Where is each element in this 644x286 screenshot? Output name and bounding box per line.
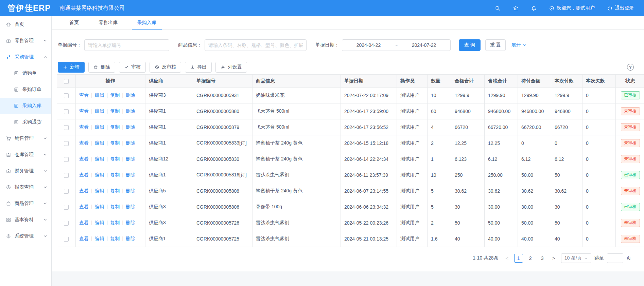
edit-link[interactable]: 编辑 [95, 124, 104, 130]
checkbox[interactable] [64, 109, 69, 114]
page-button-3[interactable]: 3 [538, 254, 547, 263]
checkbox[interactable] [64, 221, 69, 226]
search-button[interactable]: 查 询 [459, 39, 481, 51]
page-button-1[interactable]: 1 [514, 254, 523, 263]
sidebar-item-finance-management[interactable]: 财务管理 [0, 163, 51, 179]
view-link[interactable]: 查看 [79, 204, 89, 209]
copy-link[interactable]: 复制 [110, 188, 120, 193]
delete-link[interactable]: 删除 [126, 108, 135, 114]
delete-link[interactable]: 删除 [126, 156, 135, 161]
copy-link[interactable]: 复制 [110, 172, 120, 177]
copy-link[interactable]: 复制 [110, 108, 120, 114]
sidebar-item-purchase-return[interactable]: 采购退货 [0, 114, 51, 130]
sidebar-item-goods-management[interactable]: 商品管理 [0, 195, 51, 212]
edit-link[interactable]: 编辑 [95, 204, 104, 209]
edit-link[interactable]: 编辑 [95, 172, 104, 177]
sidebar-item-purchase-request[interactable]: 请购单 [0, 65, 51, 81]
page-button-2[interactable]: 2 [526, 254, 535, 263]
delete-link[interactable]: 删除 [126, 140, 135, 146]
user-menu[interactable]: 欢迎您，测试用户 [549, 5, 595, 11]
bank-icon[interactable] [513, 5, 519, 11]
delete-link[interactable]: 删除 [126, 220, 135, 225]
date-range-input[interactable]: 2024-04-22 ~ 2024-07-22 [342, 39, 451, 51]
unaudit-button[interactable]: 反审核 [150, 62, 181, 73]
copy-link[interactable]: 复制 [110, 156, 120, 161]
view-link[interactable]: 查看 [79, 236, 89, 241]
view-link[interactable]: 查看 [79, 172, 89, 177]
delete-link[interactable]: 删除 [126, 92, 135, 98]
sidebar-item-basic-data[interactable]: 基本资料 [0, 212, 51, 228]
delete-link[interactable]: 删除 [126, 188, 135, 193]
date-from-value[interactable]: 2024-04-22 [356, 42, 381, 48]
sidebar-item-warehouse-management[interactable]: 仓库管理 [0, 147, 51, 163]
product-info-input[interactable] [205, 39, 307, 51]
copy-link[interactable]: 复制 [110, 220, 120, 225]
sidebar-item-report-query[interactable]: 报表查询 [0, 179, 51, 195]
sidebar-item-label: 请购单 [22, 70, 37, 76]
checkbox[interactable] [64, 189, 69, 194]
sidebar-item-home[interactable]: 首页 [0, 16, 51, 33]
edit-link[interactable]: 编辑 [95, 220, 104, 225]
checkbox[interactable] [64, 237, 69, 242]
expand-link[interactable]: 展开 [511, 42, 527, 48]
export-button[interactable]: 导出 [185, 62, 212, 73]
copy-link[interactable]: 复制 [110, 236, 120, 241]
cell-doc-date: 2024-06-07 23:14:55 [341, 183, 397, 199]
delete-link[interactable]: 删除 [126, 204, 135, 209]
reset-button[interactable]: 重 置 [485, 39, 506, 51]
copy-link[interactable]: 复制 [110, 140, 120, 146]
tab-retail-outbound[interactable]: 零售出库 [93, 16, 123, 30]
view-link[interactable]: 查看 [79, 188, 89, 193]
add-button[interactable]: 新增 [58, 62, 85, 73]
cell-doc-no: CGRK00000005931 [193, 88, 253, 103]
checkbox[interactable] [64, 157, 69, 162]
delete-button[interactable]: 删除 [88, 62, 115, 73]
copy-link[interactable]: 复制 [110, 92, 120, 98]
search-icon[interactable] [495, 5, 501, 11]
checkbox[interactable] [64, 93, 69, 98]
edit-link[interactable]: 编辑 [95, 156, 104, 161]
copy-link[interactable]: 复制 [110, 124, 120, 130]
prev-page-button[interactable]: < [503, 255, 511, 261]
edit-link[interactable]: 编辑 [95, 140, 104, 146]
checkbox[interactable] [64, 205, 69, 210]
view-link[interactable]: 查看 [79, 124, 89, 130]
bell-icon[interactable] [531, 5, 537, 11]
jump-page-input[interactable] [607, 253, 623, 263]
delete-link[interactable]: 删除 [126, 172, 135, 177]
tab-home[interactable]: 首页 [64, 16, 84, 30]
view-link[interactable]: 查看 [79, 108, 89, 114]
columns-button[interactable]: 列设置 [215, 62, 247, 73]
view-link[interactable]: 查看 [79, 140, 89, 146]
sidebar-item-retail-management[interactable]: 零售管理 [0, 33, 51, 49]
edit-link[interactable]: 编辑 [95, 188, 104, 193]
checkbox[interactable] [64, 125, 69, 130]
tab-purchase-inbound[interactable]: 采购入库 [132, 16, 162, 30]
sidebar-item-purchase-management[interactable]: 采购管理 [0, 49, 51, 65]
copy-link[interactable]: 复制 [110, 204, 120, 209]
edit-link[interactable]: 编辑 [95, 108, 104, 114]
edit-link[interactable]: 编辑 [95, 236, 104, 241]
checkbox[interactable] [64, 141, 69, 146]
sidebar-item-purchase-order[interactable]: 采购订单 [0, 81, 51, 98]
sidebar-item-purchase-inbound[interactable]: 采购入库 [0, 98, 51, 114]
view-link[interactable]: 查看 [79, 92, 89, 98]
checkbox[interactable] [64, 79, 69, 84]
view-link[interactable]: 查看 [79, 220, 89, 225]
sidebar-item-sales-management[interactable]: 销售管理 [0, 130, 51, 147]
next-page-button[interactable]: > [550, 255, 558, 261]
sidebar-item-system-management[interactable]: 系统管理 [0, 228, 51, 244]
cell-supplier: 供应商1 [145, 135, 193, 151]
audit-button[interactable]: 审核 [119, 62, 146, 73]
page-size-select[interactable]: 10 条/页 [561, 253, 591, 263]
date-to-value[interactable]: 2024-07-22 [412, 42, 436, 48]
delete-link[interactable]: 删除 [126, 124, 135, 130]
doc-no-input[interactable] [84, 39, 169, 51]
view-link[interactable]: 查看 [79, 156, 89, 161]
logout-button[interactable]: 退出登录 [607, 5, 634, 11]
delete-link[interactable]: 删除 [126, 236, 135, 241]
edit-link[interactable]: 编辑 [95, 92, 104, 98]
checkbox[interactable] [64, 173, 69, 178]
jump-label: 跳至 [594, 255, 604, 261]
help-icon[interactable]: ? [627, 64, 634, 71]
